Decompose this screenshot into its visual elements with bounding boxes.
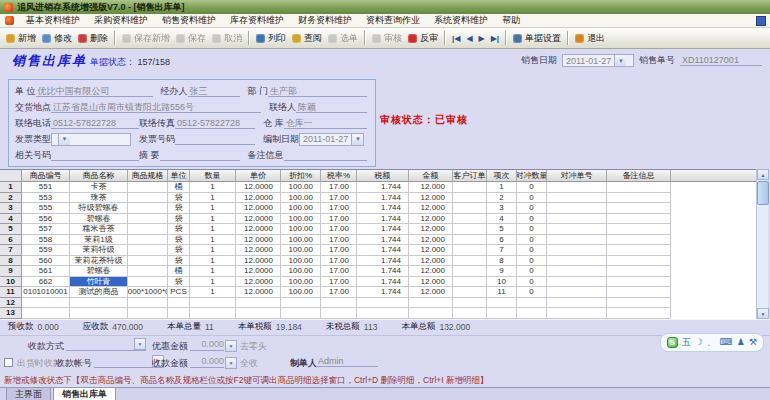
cell[interactable]: 1 <box>190 214 236 225</box>
cell[interactable]: 17.00 <box>321 203 357 214</box>
cell[interactable] <box>547 214 607 225</box>
cell[interactable] <box>547 298 607 309</box>
cell[interactable]: 6 <box>487 235 517 246</box>
cell[interactable] <box>607 245 671 256</box>
row-number[interactable]: 11 <box>0 287 22 298</box>
cell[interactable]: 100.00 <box>281 214 321 225</box>
cell[interactable] <box>547 245 607 256</box>
cell[interactable] <box>281 308 321 319</box>
cell[interactable]: 561 <box>22 266 70 277</box>
cell[interactable]: 100.00 <box>281 256 321 267</box>
cell[interactable]: 袋 <box>168 203 190 214</box>
row-number[interactable]: 13 <box>0 308 22 319</box>
row-number[interactable]: 1 <box>0 182 22 193</box>
cell[interactable]: 100.00 <box>281 245 321 256</box>
cell[interactable]: 12.000 <box>409 203 453 214</box>
ime-wubi-icon[interactable]: 五 <box>682 338 691 347</box>
cell[interactable] <box>547 193 607 204</box>
cell[interactable] <box>453 214 487 225</box>
chevron-down-icon[interactable]: ▼ <box>225 357 237 369</box>
cell[interactable]: 0 <box>517 214 547 225</box>
cell[interactable] <box>453 224 487 235</box>
menu-item[interactable]: 财务资料维护 <box>291 14 359 27</box>
cell[interactable]: 1 <box>190 224 236 235</box>
cell[interactable]: 17.00 <box>321 235 357 246</box>
cell[interactable]: 袋 <box>168 193 190 204</box>
cell[interactable] <box>128 224 168 235</box>
cell[interactable]: 17.00 <box>321 256 357 267</box>
cell[interactable] <box>487 298 517 309</box>
sale-date-select[interactable]: 2011-01-27 ▼ <box>562 54 634 67</box>
cell[interactable] <box>321 308 357 319</box>
row-number[interactable]: 9 <box>0 266 22 277</box>
print-button[interactable]: 列印 <box>253 30 289 47</box>
cell[interactable] <box>547 287 607 298</box>
pay-method-select[interactable]: ▼ <box>66 338 146 351</box>
phone-field[interactable]: 0512-57822728 <box>51 117 139 129</box>
cell[interactable]: 17.00 <box>321 182 357 193</box>
cell[interactable] <box>236 308 281 319</box>
column-header[interactable]: 单位 <box>168 170 190 182</box>
chevron-down-icon[interactable]: ▼ <box>614 55 626 66</box>
cell[interactable] <box>281 298 321 309</box>
sale-no-field[interactable]: XD110127001 <box>680 55 762 66</box>
cell[interactable] <box>453 193 487 204</box>
cell[interactable]: 5 <box>487 224 517 235</box>
cell[interactable] <box>607 193 671 204</box>
cell[interactable] <box>607 266 671 277</box>
nav-last-button[interactable]: ▶| <box>488 32 502 45</box>
column-header[interactable]: 商品编号 <box>22 170 70 182</box>
cell[interactable]: 袋 <box>168 235 190 246</box>
column-header[interactable]: 商品名称 <box>70 170 128 182</box>
cell[interactable]: 0 <box>517 277 547 288</box>
cell[interactable] <box>70 298 128 309</box>
row-number[interactable]: 10 <box>0 277 22 288</box>
amount-field[interactable]: 0.000 <box>190 356 224 368</box>
cell[interactable]: 557 <box>22 224 70 235</box>
cell[interactable] <box>607 287 671 298</box>
cell[interactable]: 0101010001 <box>22 287 70 298</box>
cell[interactable]: 1 <box>487 182 517 193</box>
cell[interactable]: 竹叶青 <box>70 277 128 288</box>
cell[interactable]: 551 <box>22 182 70 193</box>
ime-keyboard-icon[interactable]: ⌨ <box>720 338 733 347</box>
cell[interactable]: 12.000 <box>409 287 453 298</box>
cell[interactable] <box>547 308 607 319</box>
cell[interactable]: 9 <box>487 266 517 277</box>
scroll-down-icon[interactable]: ▼ <box>757 308 769 319</box>
cell[interactable] <box>128 277 168 288</box>
column-header[interactable]: 备注信息 <box>607 170 671 182</box>
cell[interactable] <box>128 256 168 267</box>
related-no-field[interactable] <box>51 149 139 161</box>
view-button[interactable]: 查阅 <box>289 30 325 47</box>
column-header[interactable]: 折扣% <box>281 170 321 182</box>
invoice-type-select[interactable]: ▼ <box>51 133 131 146</box>
cell[interactable] <box>409 308 453 319</box>
cell[interactable]: 桶 <box>168 266 190 277</box>
cell[interactable]: 1000*1000*0. <box>128 287 168 298</box>
cell[interactable] <box>453 308 487 319</box>
menu-item[interactable]: 库存资料维护 <box>223 14 291 27</box>
cell[interactable] <box>168 298 190 309</box>
contact-field[interactable]: 陈颖 <box>296 101 367 113</box>
cell[interactable]: 17.00 <box>321 277 357 288</box>
cell[interactable]: 袋 <box>168 214 190 225</box>
cell[interactable]: 12.000 <box>409 245 453 256</box>
cell[interactable]: 茉莉1级 <box>70 235 128 246</box>
cell[interactable]: 1 <box>190 256 236 267</box>
cell[interactable]: 3 <box>487 203 517 214</box>
nav-prev-button[interactable]: ◀ <box>463 32 475 45</box>
cell[interactable]: 碧螺春 <box>70 266 128 277</box>
cell[interactable] <box>453 203 487 214</box>
cell[interactable]: 1.744 <box>357 224 409 235</box>
cell[interactable]: 553 <box>22 193 70 204</box>
column-header[interactable]: 数量 <box>190 170 236 182</box>
cell[interactable]: 100.00 <box>281 203 321 214</box>
cell[interactable]: 555 <box>22 203 70 214</box>
cell[interactable]: 1.744 <box>357 277 409 288</box>
cell[interactable]: 1 <box>190 266 236 277</box>
cell[interactable]: 0 <box>517 287 547 298</box>
cell[interactable]: 0 <box>517 224 547 235</box>
cell[interactable]: 茉莉花茶特级 <box>70 256 128 267</box>
chevron-down-icon[interactable]: ▼ <box>58 134 70 145</box>
